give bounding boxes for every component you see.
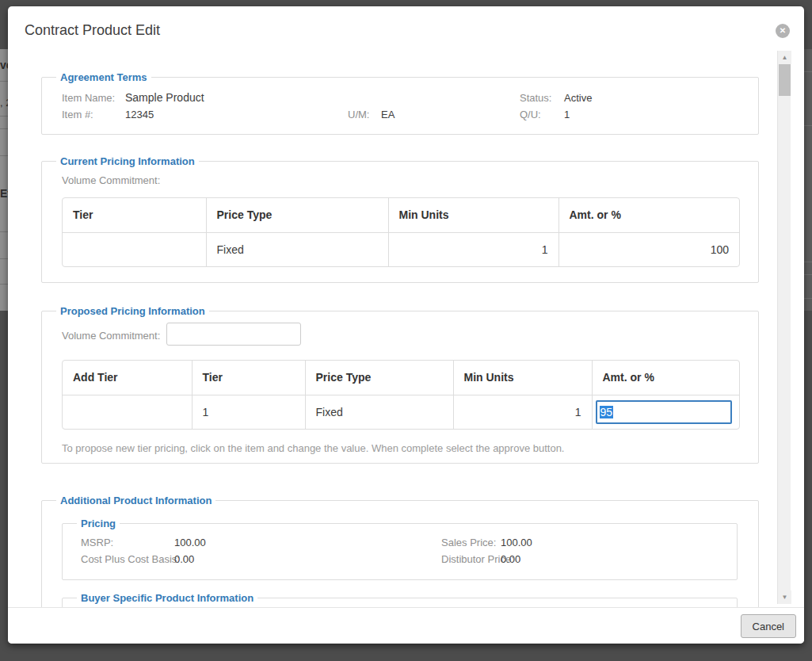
tier-pricing-help-text: To propose new tier pricing, click on th… [62,442,564,454]
proposed-col-add-tier: Add Tier [63,361,192,395]
scroll-up-icon[interactable]: ▲ [778,51,791,64]
close-icon[interactable]: ✕ [776,24,790,38]
item-name-value: Sample Product [125,91,204,104]
scrollbar-thumb[interactable] [779,64,791,96]
um-value: EA [381,109,395,120]
sales-price-value: 100.00 [501,537,532,548]
proposed-pricing-legend: Proposed Pricing Information [56,305,209,317]
proposed-pricing-row: 1 Fixed 1 95 [63,395,739,429]
current-pricing-legend: Current Pricing Information [56,155,199,167]
cost-plus-basis-label: Cost Plus Cost Basis: [81,553,180,565]
proposed-col-tier: Tier [192,361,305,395]
msrp-label: MSRP: [81,537,113,548]
proposed-col-price-type: Price Type [305,361,453,395]
pricing-subpanel-legend: Pricing [77,518,120,529]
current-pricing-row: Fixed 1 100 [63,232,739,266]
item-number-label: Item #: [62,109,93,120]
item-number-value: 12345 [125,109,154,120]
distributor-price-value: 0.00 [501,553,520,565]
amt-input[interactable]: 95 [596,400,733,424]
current-amt-cell: 100 [558,232,739,266]
scroll-down-icon[interactable]: ▼ [778,590,791,604]
dialog-scrollbar[interactable]: ▲ ▼ [777,51,791,604]
current-col-tier: Tier [63,198,206,232]
backdrop-left-fragment: ve , 2 Ef [0,0,8,661]
current-tier-cell [63,232,206,266]
current-price-type-cell: Fixed [206,232,388,266]
buyer-specific-legend: Buyer Specific Product Information [77,592,257,604]
current-pricing-header-row: Tier Price Type Min Units Amt. or % [63,198,739,232]
current-col-min-units: Min Units [388,198,558,232]
proposed-add-tier-cell[interactable] [63,395,192,429]
proposed-col-min-units: Min Units [453,361,592,395]
backdrop-text-fragment: , 2 [0,97,8,109]
proposed-price-type-cell[interactable]: Fixed [305,395,453,429]
qu-label: Q/U: [520,109,541,120]
buyer-specific-subpanel: Buyer Specific Product Information [62,598,738,607]
additional-product-info-panel: Additional Product Information Pricing M… [41,500,759,607]
current-volume-commitment-label: Volume Commitment: [62,174,160,186]
current-pricing-panel: Current Pricing Information Volume Commi… [41,161,759,283]
volume-commitment-input[interactable] [166,323,301,346]
current-min-units-cell: 1 [388,232,558,266]
backdrop-text-fragment: ve [0,59,8,71]
proposed-volume-commitment-label: Volume Commitment: [62,330,160,342]
status-value: Active [564,92,592,104]
proposed-tier-cell[interactable]: 1 [192,395,305,429]
sales-price-label: Sales Price: [441,537,496,548]
proposed-pricing-table: Add Tier Tier Price Type Min Units Amt. … [62,360,740,430]
pricing-subpanel: Pricing MSRP: 100.00 Sales Price: 100.00… [62,523,738,580]
item-name-label: Item Name: [62,92,115,104]
backdrop-text-fragment: Ef [0,187,8,200]
proposed-amt-cell[interactable]: 95 [592,395,739,429]
contract-product-edit-dialog: Contract Product Edit ✕ Agreement Terms … [8,6,804,644]
cancel-button[interactable]: Cancel [741,614,796,638]
proposed-min-units-cell[interactable]: 1 [453,395,592,429]
amt-input-selected-text: 95 [600,406,614,418]
additional-product-info-legend: Additional Product Information [56,495,215,506]
dialog-body: Agreement Terms Item Name: Sample Produc… [8,51,804,607]
dialog-footer: Cancel [8,607,804,644]
dialog-title: Contract Product Edit [25,22,160,39]
proposed-col-amt: Amt. or % [592,361,739,395]
agreement-terms-legend: Agreement Terms [56,71,151,83]
cost-plus-basis-value: 0.00 [174,553,194,565]
current-pricing-table: Tier Price Type Min Units Amt. or % Fixe… [62,197,740,267]
um-label: U/M: [348,109,369,120]
agreement-terms-panel: Agreement Terms Item Name: Sample Produc… [41,77,759,135]
msrp-value: 100.00 [174,537,206,548]
proposed-pricing-panel: Proposed Pricing Information Volume Comm… [41,311,759,464]
current-col-amt: Amt. or % [558,198,739,232]
qu-value: 1 [564,109,570,120]
status-label: Status: [520,92,551,104]
proposed-pricing-header-row: Add Tier Tier Price Type Min Units Amt. … [63,361,739,395]
backdrop-right-fragment [804,0,812,661]
current-col-price-type: Price Type [206,198,388,232]
